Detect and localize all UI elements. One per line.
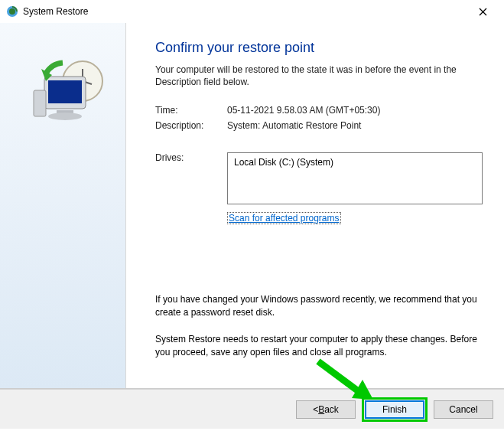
description-value: System: Automatic Restore Point (227, 120, 483, 131)
page-heading: Confirm your restore point (155, 40, 483, 56)
time-label: Time: (155, 105, 227, 116)
wizard-footer: < Back Finish Cancel (0, 389, 504, 429)
back-button[interactable]: < Back (296, 400, 356, 419)
description-row: Description: System: Automatic Restore P… (155, 120, 483, 131)
main-panel: Confirm your restore point Your computer… (126, 23, 504, 388)
back-accel: B (318, 404, 324, 415)
svg-rect-6 (48, 80, 82, 103)
drives-list[interactable]: Local Disk (C:) (System) (227, 152, 483, 204)
cancel-button[interactable]: Cancel (434, 400, 493, 419)
back-rest: ack (324, 404, 339, 415)
drives-row: Drives: Local Disk (C:) (System) (155, 152, 483, 204)
scan-affected-programs-link[interactable]: Scan for affected programs (227, 212, 341, 224)
time-value: 05-11-2021 9.58.03 AM (GMT+05:30) (227, 105, 483, 116)
finish-button[interactable]: Finish (365, 400, 424, 419)
system-restore-icon (6, 5, 18, 18)
close-button[interactable] (467, 1, 498, 22)
close-icon (479, 8, 487, 16)
description-label: Description: (155, 120, 227, 131)
svg-rect-9 (34, 90, 46, 116)
content-area: Confirm your restore point Your computer… (0, 23, 504, 389)
svg-point-8 (48, 113, 82, 120)
page-subtext: Your computer will be restored to the st… (155, 64, 483, 88)
time-row: Time: 05-11-2021 9.58.03 AM (GMT+05:30) (155, 105, 483, 116)
svg-point-1 (9, 8, 15, 15)
titlebar: System Restore (0, 0, 504, 23)
restore-graphic-icon (23, 54, 107, 140)
drives-item: Local Disk (C:) (System) (234, 157, 476, 168)
restart-warning-text: System Restore needs to restart your com… (155, 333, 483, 359)
drives-label: Drives: (155, 152, 227, 204)
password-warning-text: If you have changed your Windows passwor… (155, 293, 483, 319)
wizard-sidebar (0, 23, 126, 388)
back-prefix: < (313, 404, 318, 415)
finish-highlight: Finish (362, 397, 428, 422)
window-title: System Restore (23, 6, 467, 17)
